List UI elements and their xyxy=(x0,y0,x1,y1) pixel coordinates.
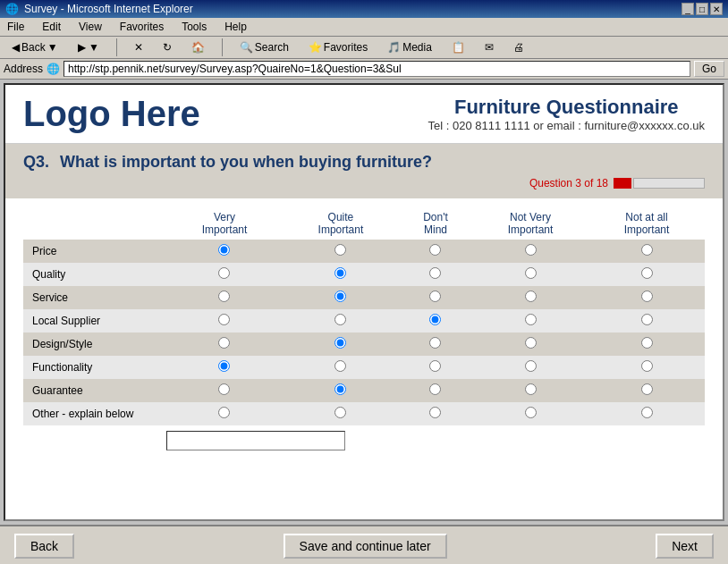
radio-cell[interactable] xyxy=(588,356,705,379)
radio-cell[interactable] xyxy=(166,333,283,356)
radio-option[interactable] xyxy=(218,267,230,279)
menu-view[interactable]: View xyxy=(75,20,106,34)
radio-cell[interactable] xyxy=(472,240,588,263)
radio-option[interactable] xyxy=(429,244,441,256)
radio-cell[interactable] xyxy=(166,286,283,309)
radio-cell[interactable] xyxy=(472,333,588,356)
radio-cell[interactable] xyxy=(399,333,472,356)
radio-cell[interactable] xyxy=(166,240,283,263)
search-toolbar-button[interactable]: 🔍 Search xyxy=(233,38,295,56)
radio-cell[interactable] xyxy=(283,402,399,425)
radio-option[interactable] xyxy=(429,337,441,349)
radio-option[interactable] xyxy=(525,244,537,256)
radio-cell[interactable] xyxy=(399,240,472,263)
radio-option[interactable] xyxy=(641,244,653,256)
radio-cell[interactable] xyxy=(588,379,705,402)
radio-option[interactable] xyxy=(218,383,230,395)
radio-option[interactable] xyxy=(641,314,653,325)
radio-cell[interactable] xyxy=(399,402,472,425)
radio-cell[interactable] xyxy=(588,333,705,356)
radio-option[interactable] xyxy=(641,407,653,418)
radio-cell[interactable] xyxy=(166,356,283,379)
radio-cell[interactable] xyxy=(399,286,472,309)
radio-cell[interactable] xyxy=(472,356,588,379)
radio-option[interactable] xyxy=(525,267,537,279)
radio-cell[interactable] xyxy=(588,240,705,263)
radio-option[interactable] xyxy=(218,290,230,302)
radio-option[interactable] xyxy=(218,407,230,418)
radio-cell[interactable] xyxy=(166,402,283,425)
minimize-button[interactable]: _ xyxy=(681,3,694,15)
go-button[interactable]: Go xyxy=(694,61,724,77)
next-button[interactable]: Next xyxy=(656,534,714,559)
radio-option[interactable] xyxy=(525,360,537,372)
radio-cell[interactable] xyxy=(399,309,472,333)
radio-cell[interactable] xyxy=(283,333,399,356)
radio-cell[interactable] xyxy=(166,263,283,286)
radio-option[interactable] xyxy=(218,360,230,372)
radio-cell[interactable] xyxy=(472,309,588,333)
close-button[interactable]: ✕ xyxy=(710,3,723,15)
other-textbox[interactable] xyxy=(166,431,345,450)
radio-cell[interactable] xyxy=(166,379,283,402)
radio-option[interactable] xyxy=(334,360,346,372)
radio-option[interactable] xyxy=(218,244,230,256)
radio-option[interactable] xyxy=(525,314,537,325)
radio-option[interactable] xyxy=(429,314,441,325)
home-button[interactable]: 🏠 xyxy=(185,38,211,56)
stop-button[interactable]: ✕ xyxy=(128,38,149,56)
radio-option[interactable] xyxy=(429,407,441,418)
radio-option[interactable] xyxy=(525,383,537,395)
radio-option[interactable] xyxy=(641,383,653,395)
radio-cell[interactable] xyxy=(283,286,399,309)
radio-cell[interactable] xyxy=(472,286,588,309)
forward-button[interactable]: ▶ ▼ xyxy=(72,38,106,56)
history-toolbar-button[interactable]: 📋 xyxy=(445,38,471,56)
radio-cell[interactable] xyxy=(399,379,472,402)
radio-cell[interactable] xyxy=(399,263,472,286)
radio-option[interactable] xyxy=(641,337,653,349)
back-button[interactable]: ◀ Back ▼ xyxy=(5,38,64,56)
favorites-toolbar-button[interactable]: ⭐ Favorites xyxy=(302,38,374,56)
print-toolbar-button[interactable]: 🖨 xyxy=(507,38,530,56)
menu-favorites[interactable]: Favorites xyxy=(116,20,167,34)
radio-cell[interactable] xyxy=(588,263,705,286)
radio-option[interactable] xyxy=(334,290,346,302)
window-controls[interactable]: _ □ ✕ xyxy=(681,3,723,15)
radio-cell[interactable] xyxy=(588,309,705,333)
radio-cell[interactable] xyxy=(399,356,472,379)
address-input[interactable] xyxy=(63,61,690,77)
radio-cell[interactable] xyxy=(283,309,399,333)
radio-option[interactable] xyxy=(429,290,441,302)
radio-option[interactable] xyxy=(641,360,653,372)
menu-file[interactable]: File xyxy=(4,20,28,34)
radio-option[interactable] xyxy=(334,244,346,256)
radio-cell[interactable] xyxy=(283,240,399,263)
radio-option[interactable] xyxy=(334,407,346,418)
radio-option[interactable] xyxy=(429,267,441,279)
radio-cell[interactable] xyxy=(283,263,399,286)
refresh-button[interactable]: ↻ xyxy=(157,38,178,56)
radio-cell[interactable] xyxy=(472,263,588,286)
radio-option[interactable] xyxy=(334,314,346,325)
menu-edit[interactable]: Edit xyxy=(38,20,64,34)
radio-cell[interactable] xyxy=(588,402,705,425)
radio-option[interactable] xyxy=(641,290,653,302)
radio-option[interactable] xyxy=(334,337,346,349)
radio-option[interactable] xyxy=(429,383,441,395)
menu-tools[interactable]: Tools xyxy=(178,20,210,34)
radio-option[interactable] xyxy=(429,360,441,372)
radio-cell[interactable] xyxy=(283,356,399,379)
maximize-button[interactable]: □ xyxy=(696,3,708,15)
radio-cell[interactable] xyxy=(166,309,283,333)
radio-cell[interactable] xyxy=(283,379,399,402)
radio-option[interactable] xyxy=(525,290,537,302)
radio-cell[interactable] xyxy=(472,402,588,425)
radio-option[interactable] xyxy=(525,337,537,349)
menu-help[interactable]: Help xyxy=(221,20,250,34)
radio-option[interactable] xyxy=(525,407,537,418)
media-toolbar-button[interactable]: 🎵 Media xyxy=(381,38,438,56)
radio-cell[interactable] xyxy=(588,286,705,309)
radio-option[interactable] xyxy=(334,267,346,279)
back-nav-button[interactable]: Back xyxy=(14,534,74,559)
